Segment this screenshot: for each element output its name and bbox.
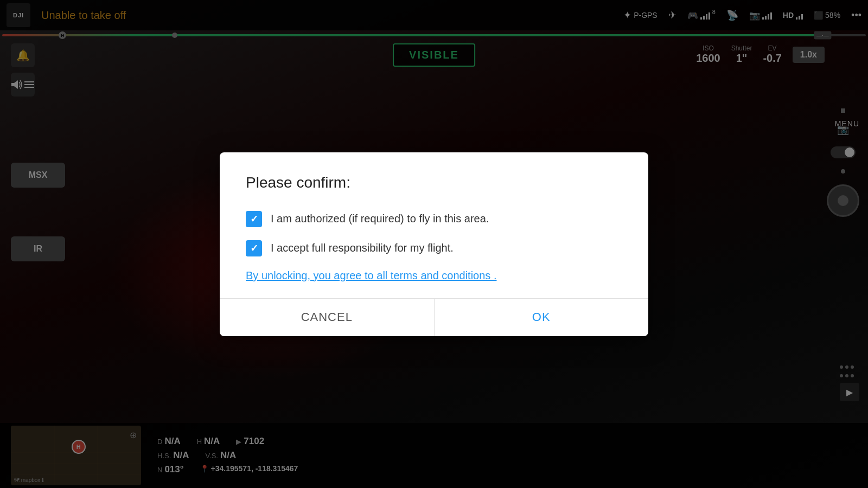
cancel-button[interactable]: CANCEL [220, 299, 435, 336]
checkmark-2: ✓ [250, 242, 258, 254]
checkbox-2-label: I accept full responsibility for my flig… [271, 242, 454, 254]
checkbox-2[interactable]: ✓ [246, 240, 262, 256]
confirm-dialog: Please confirm: ✓ I am authorized (if re… [220, 152, 648, 336]
checkmark-1: ✓ [250, 213, 258, 225]
checkbox-1-label: I am authorized (if required) to fly in … [271, 213, 489, 225]
ok-button[interactable]: OK [435, 299, 649, 336]
modal-title: Please confirm: [246, 174, 622, 191]
modal-body: Please confirm: ✓ I am authorized (if re… [220, 152, 648, 298]
modal-footer: CANCEL OK [220, 298, 648, 336]
checkbox-row-2: ✓ I accept full responsibility for my fl… [246, 240, 622, 256]
terms-link[interactable]: By unlocking, you agree to all terms and… [246, 269, 622, 282]
checkbox-1[interactable]: ✓ [246, 211, 262, 227]
checkbox-row-1: ✓ I am authorized (if required) to fly i… [246, 211, 622, 227]
modal-overlay: Please confirm: ✓ I am authorized (if re… [0, 0, 868, 488]
